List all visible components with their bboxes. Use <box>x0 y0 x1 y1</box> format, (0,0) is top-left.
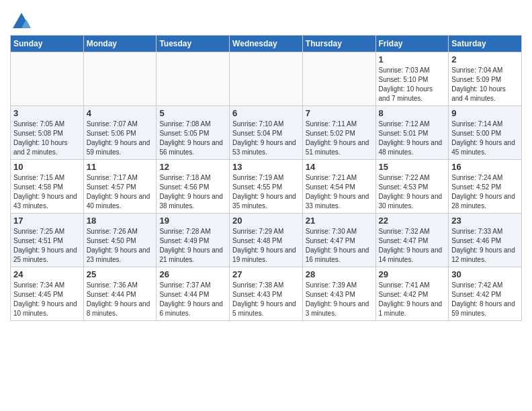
day-info: Sunrise: 7:10 AM Sunset: 5:04 PM Dayligh… <box>232 120 300 157</box>
day-number: 9 <box>451 108 519 118</box>
week-row-3: 10Sunrise: 7:15 AM Sunset: 4:58 PM Dayli… <box>11 160 522 214</box>
day-info: Sunrise: 7:36 AM Sunset: 4:44 PM Dayligh… <box>87 281 154 318</box>
day-number: 28 <box>306 269 373 279</box>
header-cell-saturday: Saturday <box>449 36 522 52</box>
day-cell: 24Sunrise: 7:34 AM Sunset: 4:45 PM Dayli… <box>11 267 84 321</box>
day-number: 21 <box>306 216 373 226</box>
day-number: 8 <box>379 108 446 118</box>
logo <box>10 9 32 30</box>
day-number: 29 <box>379 269 446 279</box>
day-cell <box>230 52 303 106</box>
day-cell: 10Sunrise: 7:15 AM Sunset: 4:58 PM Dayli… <box>11 160 84 214</box>
day-info: Sunrise: 7:17 AM Sunset: 4:57 PM Dayligh… <box>87 173 154 211</box>
day-number: 25 <box>87 269 154 279</box>
day-cell <box>302 52 375 106</box>
day-cell: 3Sunrise: 7:05 AM Sunset: 5:08 PM Daylig… <box>11 106 84 160</box>
week-row-2: 3Sunrise: 7:05 AM Sunset: 5:08 PM Daylig… <box>11 106 522 160</box>
header-row: SundayMondayTuesdayWednesdayThursdayFrid… <box>11 36 522 52</box>
day-cell: 13Sunrise: 7:19 AM Sunset: 4:55 PM Dayli… <box>230 160 303 214</box>
week-row-4: 17Sunrise: 7:25 AM Sunset: 4:51 PM Dayli… <box>11 214 522 267</box>
day-info: Sunrise: 7:12 AM Sunset: 5:01 PM Dayligh… <box>379 120 446 157</box>
day-number: 1 <box>379 54 446 64</box>
day-number: 10 <box>13 162 81 172</box>
header-cell-friday: Friday <box>375 36 449 52</box>
day-info: Sunrise: 7:32 AM Sunset: 4:47 PM Dayligh… <box>379 227 446 265</box>
day-cell: 9Sunrise: 7:14 AM Sunset: 5:00 PM Daylig… <box>449 106 522 160</box>
day-number: 3 <box>13 108 81 118</box>
day-cell: 20Sunrise: 7:29 AM Sunset: 4:48 PM Dayli… <box>230 214 303 267</box>
day-number: 24 <box>13 269 81 279</box>
day-info: Sunrise: 7:04 AM Sunset: 5:09 PM Dayligh… <box>451 66 519 103</box>
week-row-5: 24Sunrise: 7:34 AM Sunset: 4:45 PM Dayli… <box>11 267 522 321</box>
day-info: Sunrise: 7:38 AM Sunset: 4:43 PM Dayligh… <box>232 281 300 318</box>
day-cell: 27Sunrise: 7:38 AM Sunset: 4:43 PM Dayli… <box>230 267 303 321</box>
day-info: Sunrise: 7:25 AM Sunset: 4:51 PM Dayligh… <box>13 227 81 265</box>
day-info: Sunrise: 7:29 AM Sunset: 4:48 PM Dayligh… <box>232 227 300 265</box>
day-info: Sunrise: 7:34 AM Sunset: 4:45 PM Dayligh… <box>13 281 81 318</box>
calendar-table: SundayMondayTuesdayWednesdayThursdayFrid… <box>10 35 522 321</box>
day-info: Sunrise: 7:30 AM Sunset: 4:47 PM Dayligh… <box>306 227 373 265</box>
day-cell: 19Sunrise: 7:28 AM Sunset: 4:49 PM Dayli… <box>157 214 230 267</box>
day-number: 4 <box>87 108 154 118</box>
header-cell-monday: Monday <box>83 36 157 52</box>
day-cell: 12Sunrise: 7:18 AM Sunset: 4:56 PM Dayli… <box>157 160 230 214</box>
day-cell: 2Sunrise: 7:04 AM Sunset: 5:09 PM Daylig… <box>449 52 522 106</box>
day-cell: 28Sunrise: 7:39 AM Sunset: 4:43 PM Dayli… <box>302 267 375 321</box>
day-number: 16 <box>451 162 519 172</box>
day-cell: 16Sunrise: 7:24 AM Sunset: 4:52 PM Dayli… <box>449 160 522 214</box>
day-cell: 17Sunrise: 7:25 AM Sunset: 4:51 PM Dayli… <box>11 214 84 267</box>
day-cell: 1Sunrise: 7:03 AM Sunset: 5:10 PM Daylig… <box>375 52 449 106</box>
day-number: 19 <box>159 216 226 226</box>
day-info: Sunrise: 7:26 AM Sunset: 4:50 PM Dayligh… <box>87 227 154 265</box>
day-info: Sunrise: 7:41 AM Sunset: 4:42 PM Dayligh… <box>379 281 446 318</box>
day-info: Sunrise: 7:24 AM Sunset: 4:52 PM Dayligh… <box>451 173 519 211</box>
day-number: 30 <box>451 269 519 279</box>
day-cell: 11Sunrise: 7:17 AM Sunset: 4:57 PM Dayli… <box>83 160 157 214</box>
day-info: Sunrise: 7:08 AM Sunset: 5:05 PM Dayligh… <box>159 120 226 157</box>
day-number: 27 <box>232 269 300 279</box>
day-number: 14 <box>306 162 373 172</box>
day-number: 22 <box>379 216 446 226</box>
day-number: 18 <box>87 216 154 226</box>
header-cell-sunday: Sunday <box>11 36 84 52</box>
week-row-1: 1Sunrise: 7:03 AM Sunset: 5:10 PM Daylig… <box>11 52 522 106</box>
day-cell: 18Sunrise: 7:26 AM Sunset: 4:50 PM Dayli… <box>83 214 157 267</box>
day-info: Sunrise: 7:22 AM Sunset: 4:53 PM Dayligh… <box>379 173 446 211</box>
day-number: 15 <box>379 162 446 172</box>
day-number: 6 <box>232 108 300 118</box>
day-info: Sunrise: 7:18 AM Sunset: 4:56 PM Dayligh… <box>159 173 226 211</box>
day-info: Sunrise: 7:03 AM Sunset: 5:10 PM Dayligh… <box>379 66 446 103</box>
day-info: Sunrise: 7:11 AM Sunset: 5:02 PM Dayligh… <box>306 120 373 157</box>
day-info: Sunrise: 7:42 AM Sunset: 4:42 PM Dayligh… <box>451 281 519 318</box>
day-info: Sunrise: 7:19 AM Sunset: 4:55 PM Dayligh… <box>232 173 300 211</box>
day-info: Sunrise: 7:39 AM Sunset: 4:43 PM Dayligh… <box>306 281 373 318</box>
day-info: Sunrise: 7:15 AM Sunset: 4:58 PM Dayligh… <box>13 173 81 211</box>
header-cell-tuesday: Tuesday <box>157 36 230 52</box>
day-number: 20 <box>232 216 300 226</box>
day-cell: 22Sunrise: 7:32 AM Sunset: 4:47 PM Dayli… <box>375 214 449 267</box>
day-cell: 14Sunrise: 7:21 AM Sunset: 4:54 PM Dayli… <box>302 160 375 214</box>
day-number: 2 <box>451 54 519 64</box>
header-cell-wednesday: Wednesday <box>230 36 303 52</box>
day-number: 5 <box>159 108 226 118</box>
day-cell: 15Sunrise: 7:22 AM Sunset: 4:53 PM Dayli… <box>375 160 449 214</box>
day-number: 12 <box>159 162 226 172</box>
day-number: 7 <box>306 108 373 118</box>
day-cell: 8Sunrise: 7:12 AM Sunset: 5:01 PM Daylig… <box>375 106 449 160</box>
day-info: Sunrise: 7:05 AM Sunset: 5:08 PM Dayligh… <box>13 120 81 157</box>
day-cell: 7Sunrise: 7:11 AM Sunset: 5:02 PM Daylig… <box>302 106 375 160</box>
day-cell <box>157 52 230 106</box>
header-cell-thursday: Thursday <box>302 36 375 52</box>
day-cell: 30Sunrise: 7:42 AM Sunset: 4:42 PM Dayli… <box>449 267 522 321</box>
day-info: Sunrise: 7:21 AM Sunset: 4:54 PM Dayligh… <box>306 173 373 211</box>
day-info: Sunrise: 7:28 AM Sunset: 4:49 PM Dayligh… <box>159 227 226 265</box>
day-cell: 25Sunrise: 7:36 AM Sunset: 4:44 PM Dayli… <box>83 267 157 321</box>
day-cell: 23Sunrise: 7:33 AM Sunset: 4:46 PM Dayli… <box>449 214 522 267</box>
day-info: Sunrise: 7:14 AM Sunset: 5:00 PM Dayligh… <box>451 120 519 157</box>
day-info: Sunrise: 7:37 AM Sunset: 4:44 PM Dayligh… <box>159 281 226 318</box>
page-container: SundayMondayTuesdayWednesdayThursdayFrid… <box>0 0 532 328</box>
day-number: 26 <box>159 269 226 279</box>
day-number: 17 <box>13 216 81 226</box>
header <box>10 7 522 30</box>
day-info: Sunrise: 7:07 AM Sunset: 5:06 PM Dayligh… <box>87 120 154 157</box>
